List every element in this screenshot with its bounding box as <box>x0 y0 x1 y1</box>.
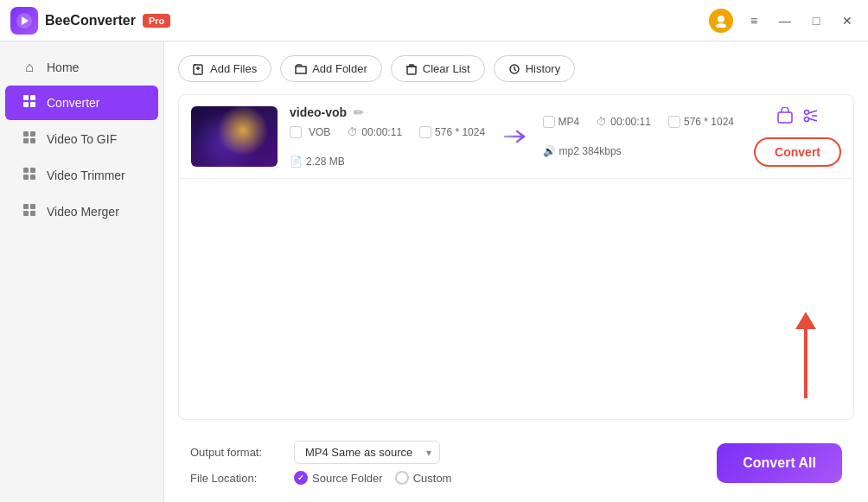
svg-rect-10 <box>23 138 29 143</box>
size-icon: 📄 <box>290 156 303 168</box>
svg-rect-16 <box>23 204 29 209</box>
sidebar-item-home[interactable]: ⌂ Home <box>5 51 158 84</box>
video-trimmer-icon <box>21 167 38 184</box>
home-icon: ⌂ <box>21 60 38 75</box>
svg-point-3 <box>716 23 726 28</box>
sidebar-item-video-trimmer[interactable]: Video Trimmer <box>5 158 158 193</box>
output-meta: MP4 ⏱ 00:00:11 576 * 1024 🔊 mp2 384k <box>543 116 743 157</box>
source-format-checkbox[interactable] <box>290 126 302 138</box>
app-logo <box>10 7 38 35</box>
convert-button[interactable]: Convert <box>754 137 841 167</box>
svg-rect-4 <box>23 95 29 100</box>
svg-rect-14 <box>23 175 29 180</box>
source-resolution: 576 * 1024 <box>435 126 485 138</box>
svg-rect-24 <box>407 67 416 74</box>
clear-list-button[interactable]: Clear List <box>391 55 485 82</box>
custom-radio[interactable] <box>395 471 409 485</box>
convert-all-button[interactable]: Convert All <box>717 443 842 483</box>
sidebar-item-video-merger[interactable]: Video Merger <box>5 194 158 229</box>
format-select-wrapper: MP4 Same as source <box>294 441 440 464</box>
user-avatar[interactable] <box>709 9 733 33</box>
converter-icon <box>21 94 38 111</box>
output-format: MP4 <box>558 116 580 128</box>
arrow-icon <box>503 128 529 145</box>
sidebar-item-home-label: Home <box>47 60 79 74</box>
sidebar-item-video-to-gif-label: Video To GIF <box>47 132 117 146</box>
maximize-button[interactable]: □ <box>806 10 827 31</box>
output-resolution-checkbox[interactable] <box>668 116 680 128</box>
custom-option[interactable]: Custom <box>395 471 452 485</box>
minimize-button[interactable]: — <box>775 10 795 31</box>
svg-point-27 <box>804 110 808 114</box>
add-files-icon <box>193 63 205 75</box>
source-duration: 00:00:11 <box>361 126 402 138</box>
edit-icon[interactable]: ✏ <box>354 105 364 119</box>
thumbnail-image <box>191 106 278 167</box>
file-actions: Convert <box>754 107 841 167</box>
add-folder-button[interactable]: Add Folder <box>280 55 382 82</box>
clear-list-icon <box>405 63 418 75</box>
file-location-row: File Location: Source Folder Custom <box>190 471 703 485</box>
svg-rect-8 <box>23 131 29 137</box>
content-area: Add Files Add Folder Clear List <box>164 41 868 502</box>
output-format-row: Output format: MP4 Same as source <box>190 441 703 464</box>
scissors-icon[interactable] <box>802 107 820 129</box>
svg-rect-9 <box>30 131 35 137</box>
output-quality: mp2 384kbps <box>559 145 622 157</box>
output-quality-icon: 🔊 <box>543 145 556 157</box>
source-format-item: VOB <box>290 126 330 138</box>
file-meta-source: VOB ⏱ 00:00:11 576 * 1024 📄 2.28 MB <box>290 126 489 168</box>
titlebar: BeeConverter Pro ≡ — □ ✕ <box>0 0 868 41</box>
file-name: video-vob <box>290 105 347 119</box>
output-format-checkbox[interactable] <box>543 116 555 128</box>
file-action-icons <box>776 107 820 129</box>
app-name: BeeConverter <box>45 13 136 29</box>
svg-rect-13 <box>30 168 35 173</box>
menu-button[interactable]: ≡ <box>744 10 764 31</box>
history-icon <box>508 63 520 75</box>
sidebar-item-converter[interactable]: Converter <box>5 86 158 120</box>
sidebar: ⌂ Home Converter <box>0 41 164 502</box>
source-folder-option[interactable]: Source Folder <box>294 471 383 485</box>
video-to-gif-icon <box>21 130 38 148</box>
video-merger-icon <box>21 203 38 220</box>
svg-rect-26 <box>778 112 792 123</box>
sidebar-item-video-trimmer-label: Video Trimmer <box>47 168 125 182</box>
svg-rect-11 <box>30 138 35 143</box>
svg-rect-17 <box>30 204 35 209</box>
sidebar-item-converter-label: Converter <box>47 96 99 110</box>
svg-rect-12 <box>23 168 29 173</box>
toolbar: Add Files Add Folder Clear List <box>178 55 854 82</box>
custom-label: Custom <box>413 472 452 485</box>
arrow-line <box>804 329 807 398</box>
format-select[interactable]: MP4 Same as source <box>294 441 440 464</box>
source-duration-item: ⏱ 00:00:11 <box>348 126 402 138</box>
output-format-item: MP4 <box>543 116 580 128</box>
source-folder-label: Source Folder <box>312 472 383 485</box>
close-button[interactable]: ✕ <box>837 10 858 31</box>
bottom-bar-left: Output format: MP4 Same as source File L… <box>190 441 703 485</box>
source-resolution-item: 576 * 1024 <box>419 126 485 138</box>
add-files-button[interactable]: Add Files <box>178 55 271 82</box>
svg-rect-18 <box>23 211 29 216</box>
file-name-row: video-vob ✏ <box>290 105 489 119</box>
source-size: 2.28 MB <box>306 156 345 168</box>
source-format: VOB <box>309 126 330 138</box>
output-duration-item: ⏱ 00:00:11 <box>597 116 651 128</box>
main-layout: ⌂ Home Converter <box>0 41 868 502</box>
file-location-options: Source Folder Custom <box>294 471 451 485</box>
source-size-item: 📄 2.28 MB <box>290 156 345 168</box>
sidebar-item-video-to-gif[interactable]: Video To GIF <box>5 122 158 156</box>
duration-icon: ⏱ <box>348 126 358 138</box>
svg-rect-6 <box>23 102 29 107</box>
history-button[interactable]: History <box>494 55 575 82</box>
source-resolution-checkbox[interactable] <box>419 126 431 138</box>
convert-arrow <box>489 128 543 145</box>
svg-point-28 <box>804 117 808 121</box>
add-folder-icon <box>295 63 307 75</box>
source-folder-radio[interactable] <box>294 471 308 485</box>
table-row: video-vob ✏ VOB ⏱ 00:00:11 <box>179 95 853 179</box>
clip-icon[interactable] <box>776 107 794 129</box>
file-thumbnail <box>191 106 278 167</box>
output-quality-item: 🔊 mp2 384kbps <box>543 145 622 157</box>
